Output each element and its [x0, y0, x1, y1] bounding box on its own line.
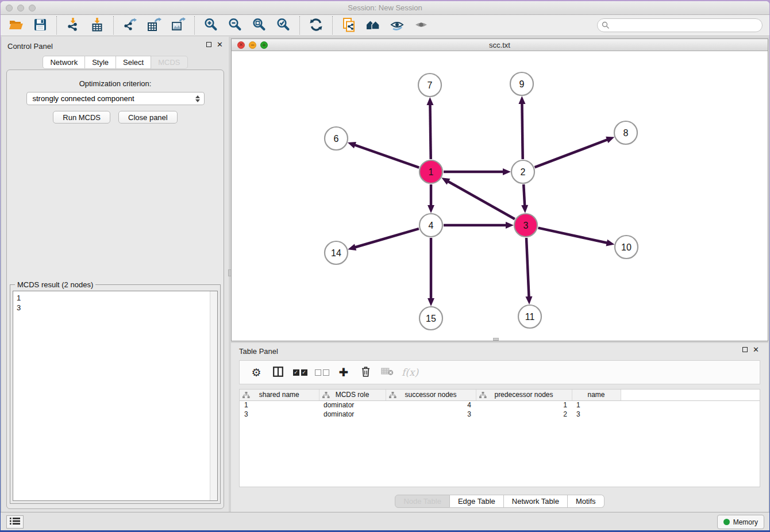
zoom-out-button[interactable] — [226, 17, 244, 34]
close-panel-icon[interactable]: ✕ — [217, 41, 223, 48]
control-panel-title: Control Panel — [7, 42, 53, 51]
graph-edge-2-3[interactable] — [523, 184, 525, 206]
graph-edge-1-7[interactable] — [430, 104, 430, 159]
minimize-window-button[interactable] — [17, 5, 24, 11]
hide-selected-button[interactable] — [388, 17, 406, 34]
table-settings-button[interactable]: ⚙ — [249, 364, 264, 381]
graph-edge-4-14[interactable] — [355, 229, 419, 248]
maximize-network-button[interactable]: + — [260, 41, 268, 49]
cell-successor-nodes[interactable]: 3 — [386, 410, 476, 419]
result-scrollbar[interactable] — [210, 291, 217, 500]
deselect-all-rows-button[interactable] — [314, 364, 329, 381]
graph-edge-3-10[interactable] — [538, 228, 607, 243]
cell-shared-name[interactable]: 3 — [240, 410, 319, 419]
graph-node-label-8: 8 — [623, 128, 629, 138]
graph-edge-2-8[interactable] — [535, 140, 609, 167]
graph-node-label-1: 1 — [429, 167, 434, 177]
float-table-panel-icon[interactable] — [742, 347, 748, 352]
zoom-fit-icon — [252, 17, 267, 34]
show-all-button[interactable] — [413, 17, 430, 34]
tab-network[interactable]: Network — [43, 56, 85, 69]
tab-edge-table[interactable]: Edge Table — [450, 495, 504, 508]
app-window: Session: New Session — [1, 1, 769, 530]
tab-node-table[interactable]: Node Table — [395, 495, 450, 508]
zoom-selected-button[interactable] — [275, 17, 292, 34]
tab-mcds[interactable]: MCDS — [151, 56, 187, 69]
control-panel-tabs: Network Style Select MCDS — [2, 56, 229, 69]
optimization-criterion-select[interactable]: strongly connected component — [26, 92, 205, 105]
show-panels-button[interactable] — [6, 515, 24, 529]
column-header-shared-name[interactable]: shared name — [240, 390, 319, 400]
close-network-button[interactable]: ✕ — [237, 41, 245, 49]
export-image-button[interactable] — [170, 17, 187, 34]
graph-edge-3-1[interactable] — [448, 181, 515, 219]
hierarchy-icon — [322, 392, 330, 399]
column-header-predecessor-nodes[interactable]: predecessor nodes — [476, 390, 572, 400]
float-panel-icon[interactable] — [206, 42, 211, 47]
canvas-scroll-thumb[interactable] — [493, 338, 499, 341]
toolbar-separator — [332, 16, 333, 34]
import-network-button[interactable] — [64, 17, 82, 34]
mcds-panel: Optimization criterion: strongly connect… — [6, 70, 224, 509]
run-mcds-button[interactable]: Run MCDS — [53, 111, 110, 124]
memory-status-icon — [723, 519, 730, 525]
memory-button[interactable]: Memory — [717, 515, 764, 529]
export-network-button[interactable] — [121, 17, 138, 34]
select-all-rows-button[interactable]: ✓✓ — [292, 364, 307, 381]
tab-network-table[interactable]: Network Table — [504, 495, 568, 508]
network-view-window: ✕ − + scc.txt 7968124314101511 — [231, 38, 768, 341]
column-header-mcds-role[interactable]: MCDS role — [319, 390, 386, 400]
export-table-button[interactable] — [145, 17, 163, 34]
zoom-in-button[interactable] — [202, 17, 220, 34]
export-table-icon — [147, 17, 161, 34]
save-session-button[interactable] — [32, 17, 49, 34]
mcds-result-list[interactable]: 1 3 — [13, 291, 218, 501]
duplicate-network-button[interactable] — [340, 17, 357, 34]
table-panel-tabs: Node Table Edge Table Network Table Moti… — [231, 495, 768, 508]
column-header-successor-nodes[interactable]: successor nodes — [386, 390, 476, 400]
network-graph[interactable]: 7968124314101511 — [232, 52, 768, 341]
search-input[interactable] — [597, 18, 763, 32]
delete-column-button[interactable] — [358, 364, 373, 381]
node-table: shared name MCDS role successor nodes pr… — [239, 389, 760, 487]
window-controls — [6, 5, 36, 11]
cell-predecessor-nodes[interactable]: 2 — [476, 410, 572, 419]
close-table-panel-icon[interactable]: ✕ — [753, 346, 759, 353]
graph-edge-arrowhead — [348, 142, 356, 148]
cell-predecessor-nodes[interactable]: 1 — [476, 400, 572, 410]
optimization-criterion-label: Optimization criterion: — [7, 79, 224, 88]
graph-edge-arrowhead — [428, 298, 434, 306]
column-header-name[interactable]: name — [572, 390, 621, 400]
cell-mcds-role[interactable]: dominator — [319, 400, 386, 410]
table-row[interactable]: 1 dominator 4 1 1 — [240, 400, 760, 410]
add-column-button[interactable]: ✚ — [336, 364, 351, 381]
cell-name[interactable]: 3 — [572, 410, 621, 419]
graph-edge-2-9[interactable] — [522, 103, 522, 159]
zoom-fit-button[interactable] — [251, 17, 268, 34]
close-panel-button[interactable]: Close panel — [118, 111, 178, 124]
open-session-button[interactable] — [7, 17, 25, 34]
column-chooser-button[interactable] — [271, 364, 286, 381]
cell-mcds-role[interactable]: dominator — [319, 410, 386, 419]
cell-successor-nodes[interactable]: 4 — [386, 400, 476, 410]
first-neighbors-button[interactable] — [364, 17, 382, 34]
graph-node-label-10: 10 — [621, 242, 632, 252]
hierarchy-icon — [389, 392, 396, 399]
zoom-window-button[interactable] — [29, 5, 36, 11]
apply-layout-button[interactable] — [307, 17, 325, 34]
tab-motifs[interactable]: Motifs — [568, 495, 605, 508]
import-table-button[interactable] — [88, 17, 106, 34]
cell-shared-name[interactable]: 1 — [240, 400, 319, 410]
window-titlebar: Session: New Session — [1, 1, 769, 15]
graph-edge-arrowhead — [426, 97, 433, 105]
network-canvas[interactable]: 7968124314101511 — [232, 52, 768, 341]
tab-select[interactable]: Select — [116, 56, 151, 69]
graph-edge-1-6[interactable] — [354, 145, 419, 168]
hierarchy-icon — [242, 392, 250, 399]
minimize-network-button[interactable]: − — [249, 41, 256, 49]
tab-style[interactable]: Style — [85, 56, 116, 69]
cell-name[interactable]: 1 — [572, 400, 621, 410]
close-window-button[interactable] — [6, 5, 13, 11]
table-row[interactable]: 3 dominator 3 2 3 — [240, 410, 760, 419]
graph-edge-3-11[interactable] — [526, 238, 529, 298]
